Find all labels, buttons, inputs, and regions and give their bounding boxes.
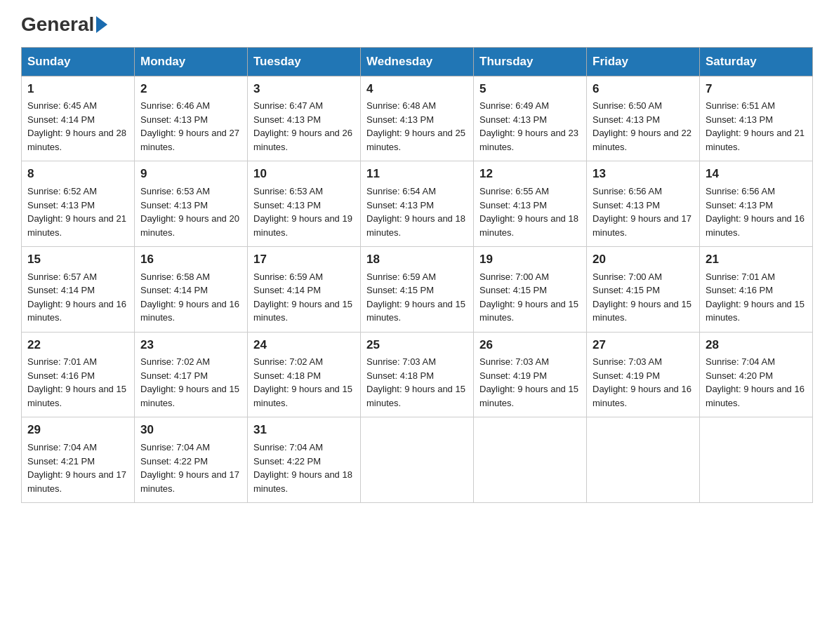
day-info: Sunrise: 6:51 AMSunset: 4:13 PMDaylight:… <box>706 99 807 154</box>
calendar-cell: 19Sunrise: 7:00 AMSunset: 4:15 PMDayligh… <box>474 247 587 333</box>
calendar-cell: 10Sunrise: 6:53 AMSunset: 4:13 PMDayligh… <box>248 161 361 247</box>
week-row: 1Sunrise: 6:45 AMSunset: 4:14 PMDaylight… <box>22 76 813 161</box>
day-number: 6 <box>593 81 694 98</box>
calendar-cell: 9Sunrise: 6:53 AMSunset: 4:13 PMDaylight… <box>135 161 248 247</box>
calendar-cell: 23Sunrise: 7:02 AMSunset: 4:17 PMDayligh… <box>135 332 248 417</box>
day-number: 5 <box>479 81 581 98</box>
day-number: 24 <box>253 337 355 354</box>
calendar-cell: 28Sunrise: 7:04 AMSunset: 4:20 PMDayligh… <box>700 332 813 417</box>
day-info: Sunrise: 6:59 AMSunset: 4:14 PMDaylight:… <box>253 270 355 325</box>
day-number: 14 <box>706 166 807 183</box>
day-number: 2 <box>140 81 241 98</box>
calendar-cell: 1Sunrise: 6:45 AMSunset: 4:14 PMDaylight… <box>22 76 135 161</box>
day-info: Sunrise: 6:53 AMSunset: 4:13 PMDaylight:… <box>140 185 241 239</box>
day-info: Sunrise: 6:48 AMSunset: 4:13 PMDaylight:… <box>366 99 468 154</box>
week-row: 8Sunrise: 6:52 AMSunset: 4:13 PMDaylight… <box>22 161 813 247</box>
calendar-cell: 20Sunrise: 7:00 AMSunset: 4:15 PMDayligh… <box>587 247 700 333</box>
day-info: Sunrise: 7:04 AMSunset: 4:22 PMDaylight:… <box>253 441 355 495</box>
calendar-cell: 25Sunrise: 7:03 AMSunset: 4:18 PMDayligh… <box>361 332 474 417</box>
day-number: 29 <box>27 422 128 439</box>
day-number: 3 <box>253 81 355 98</box>
calendar-cell: 5Sunrise: 6:49 AMSunset: 4:13 PMDaylight… <box>474 76 587 161</box>
calendar-cell: 31Sunrise: 7:04 AMSunset: 4:22 PMDayligh… <box>248 417 361 503</box>
calendar-cell <box>361 417 474 503</box>
day-info: Sunrise: 7:01 AMSunset: 4:16 PMDaylight:… <box>27 355 128 410</box>
day-number: 10 <box>253 166 355 183</box>
calendar-cell: 29Sunrise: 7:04 AMSunset: 4:21 PMDayligh… <box>22 417 135 503</box>
week-row: 22Sunrise: 7:01 AMSunset: 4:16 PMDayligh… <box>22 332 813 417</box>
day-info: Sunrise: 6:57 AMSunset: 4:14 PMDaylight:… <box>27 270 128 325</box>
day-info: Sunrise: 6:59 AMSunset: 4:15 PMDaylight:… <box>366 270 468 325</box>
calendar-table: SundayMondayTuesdayWednesdayThursdayFrid… <box>21 47 813 503</box>
day-of-week-header: Sunday <box>22 47 135 76</box>
day-number: 8 <box>27 166 128 183</box>
day-number: 15 <box>27 251 128 269</box>
day-info: Sunrise: 7:04 AMSunset: 4:20 PMDaylight:… <box>706 355 807 410</box>
week-row: 15Sunrise: 6:57 AMSunset: 4:14 PMDayligh… <box>22 247 813 333</box>
logo-text-g: G <box>21 14 37 36</box>
day-number: 26 <box>479 337 581 354</box>
day-info: Sunrise: 6:53 AMSunset: 4:13 PMDaylight:… <box>253 185 355 239</box>
day-of-week-header: Tuesday <box>248 47 361 76</box>
calendar-header-row: SundayMondayTuesdayWednesdayThursdayFrid… <box>22 47 813 76</box>
calendar-cell: 22Sunrise: 7:01 AMSunset: 4:16 PMDayligh… <box>22 332 135 417</box>
calendar-cell <box>474 417 587 503</box>
day-number: 16 <box>140 251 241 269</box>
logo-text-eneral: eneral <box>37 14 95 36</box>
day-number: 13 <box>593 166 694 183</box>
day-number: 12 <box>479 166 581 183</box>
day-info: Sunrise: 7:02 AMSunset: 4:18 PMDaylight:… <box>253 355 355 410</box>
day-info: Sunrise: 7:03 AMSunset: 4:18 PMDaylight:… <box>366 355 468 410</box>
day-info: Sunrise: 6:47 AMSunset: 4:13 PMDaylight:… <box>253 99 355 154</box>
day-of-week-header: Saturday <box>700 47 813 76</box>
calendar-cell: 18Sunrise: 6:59 AMSunset: 4:15 PMDayligh… <box>361 247 474 333</box>
day-of-week-header: Wednesday <box>361 47 474 76</box>
day-number: 17 <box>253 251 355 269</box>
day-info: Sunrise: 7:04 AMSunset: 4:21 PMDaylight:… <box>27 441 128 495</box>
calendar-cell: 27Sunrise: 7:03 AMSunset: 4:19 PMDayligh… <box>587 332 700 417</box>
day-info: Sunrise: 6:55 AMSunset: 4:13 PMDaylight:… <box>479 185 581 239</box>
day-of-week-header: Monday <box>135 47 248 76</box>
day-number: 21 <box>706 251 807 269</box>
day-info: Sunrise: 6:56 AMSunset: 4:13 PMDaylight:… <box>593 185 694 239</box>
day-of-week-header: Friday <box>587 47 700 76</box>
calendar-cell: 8Sunrise: 6:52 AMSunset: 4:13 PMDaylight… <box>22 161 135 247</box>
day-number: 30 <box>140 422 241 439</box>
week-row: 29Sunrise: 7:04 AMSunset: 4:21 PMDayligh… <box>22 417 813 503</box>
day-info: Sunrise: 6:49 AMSunset: 4:13 PMDaylight:… <box>479 99 581 154</box>
calendar-cell: 30Sunrise: 7:04 AMSunset: 4:22 PMDayligh… <box>135 417 248 503</box>
day-of-week-header: Thursday <box>474 47 587 76</box>
day-info: Sunrise: 7:00 AMSunset: 4:15 PMDaylight:… <box>593 270 694 325</box>
day-number: 4 <box>366 81 468 98</box>
day-number: 19 <box>479 251 581 269</box>
day-info: Sunrise: 6:45 AMSunset: 4:14 PMDaylight:… <box>27 99 128 154</box>
calendar-cell: 21Sunrise: 7:01 AMSunset: 4:16 PMDayligh… <box>700 247 813 333</box>
calendar-cell: 4Sunrise: 6:48 AMSunset: 4:13 PMDaylight… <box>361 76 474 161</box>
day-number: 18 <box>366 251 468 269</box>
calendar-cell <box>587 417 700 503</box>
day-info: Sunrise: 6:54 AMSunset: 4:13 PMDaylight:… <box>366 185 468 239</box>
calendar-cell: 7Sunrise: 6:51 AMSunset: 4:13 PMDaylight… <box>700 76 813 161</box>
day-info: Sunrise: 6:52 AMSunset: 4:13 PMDaylight:… <box>27 185 128 239</box>
logo-chevron-icon <box>96 16 107 33</box>
calendar-cell: 16Sunrise: 6:58 AMSunset: 4:14 PMDayligh… <box>135 247 248 333</box>
day-number: 27 <box>593 337 694 354</box>
day-info: Sunrise: 7:03 AMSunset: 4:19 PMDaylight:… <box>593 355 694 410</box>
day-number: 9 <box>140 166 241 183</box>
day-number: 20 <box>593 251 694 269</box>
calendar-cell: 17Sunrise: 6:59 AMSunset: 4:14 PMDayligh… <box>248 247 361 333</box>
day-number: 31 <box>253 422 355 439</box>
day-info: Sunrise: 7:00 AMSunset: 4:15 PMDaylight:… <box>479 270 581 325</box>
logo: G eneral <box>21 14 107 34</box>
calendar-cell: 11Sunrise: 6:54 AMSunset: 4:13 PMDayligh… <box>361 161 474 247</box>
calendar-cell: 15Sunrise: 6:57 AMSunset: 4:14 PMDayligh… <box>22 247 135 333</box>
calendar-cell: 24Sunrise: 7:02 AMSunset: 4:18 PMDayligh… <box>248 332 361 417</box>
calendar-cell: 3Sunrise: 6:47 AMSunset: 4:13 PMDaylight… <box>248 76 361 161</box>
day-info: Sunrise: 6:46 AMSunset: 4:13 PMDaylight:… <box>140 99 241 154</box>
day-info: Sunrise: 6:58 AMSunset: 4:14 PMDaylight:… <box>140 270 241 325</box>
day-info: Sunrise: 7:04 AMSunset: 4:22 PMDaylight:… <box>140 441 241 495</box>
day-number: 1 <box>27 81 128 98</box>
day-info: Sunrise: 6:50 AMSunset: 4:13 PMDaylight:… <box>593 99 694 154</box>
calendar-cell: 6Sunrise: 6:50 AMSunset: 4:13 PMDaylight… <box>587 76 700 161</box>
day-number: 11 <box>366 166 468 183</box>
